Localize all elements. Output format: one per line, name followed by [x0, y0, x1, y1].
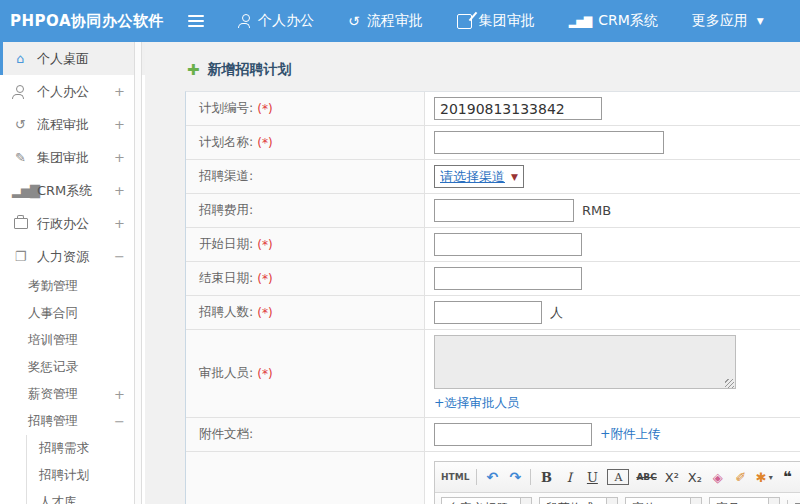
field-label: 计划编号: [199, 100, 253, 117]
strikethrough-button[interactable]: ABC [636, 468, 656, 486]
form-row-approvers: 审批人员: (*) +选择审批人员 [186, 330, 800, 418]
sidebar-item-label: 人事合同 [28, 305, 78, 322]
form-row-start-date: 开始日期: (*) [186, 228, 800, 262]
select-approvers-link[interactable]: +选择审批人员 [434, 395, 519, 412]
required-marker: (*) [257, 238, 272, 252]
sidebar-item-recruit-demand[interactable]: 招聘需求 [27, 435, 145, 462]
editor-toolbar-row-2: 自定义标题 ▾ 段落格式 ▾ 字体 ▾ [435, 493, 800, 504]
font-family-dropdown[interactable]: 字体 ▾ [625, 497, 702, 504]
custom-title-dropdown[interactable]: 自定义标题 ▾ [441, 497, 532, 504]
approvers-textarea[interactable] [434, 335, 736, 389]
sidebar-item-desktop[interactable]: ⌂ 个人桌面 [0, 42, 145, 75]
sidebar-item-admin-office[interactable]: 行政办公 + [0, 207, 145, 240]
sidebar-item-talent-pool[interactable]: 人才库 [27, 489, 145, 504]
sidebar-item-hr[interactable]: ❐ 人力资源 − [0, 240, 145, 273]
user-icon [238, 14, 251, 28]
sidebar-item-hr-contract[interactable]: 人事合同 [0, 300, 145, 327]
hamburger-menu-icon[interactable] [188, 15, 204, 27]
sidebar-item-label: 流程审批 [37, 116, 89, 134]
required-marker: (*) [257, 272, 272, 286]
top-nav: 个人办公 ↺ 流程审批 集团审批 ▂▅▇ CRM系统 更多应用 ▼ [238, 12, 764, 30]
sidebar-item-crm[interactable]: ▂▅▇ CRM系统 + [0, 174, 145, 207]
nav-personal-office[interactable]: 个人办公 [238, 12, 314, 30]
book-icon: ❐ [12, 249, 29, 264]
eraser-icon[interactable]: ◈ [710, 468, 726, 486]
bold-button[interactable]: B [538, 468, 554, 486]
sidebar-item-label: 集团审批 [37, 149, 89, 167]
home-icon: ⌂ [12, 51, 29, 66]
field-label: 附件文档: [199, 426, 253, 443]
sidebar-item-attendance[interactable]: 考勤管理 [0, 273, 145, 300]
form-row-channel: 招聘渠道: 请选择渠道 ▼ [186, 160, 800, 194]
sidebar-item-label: 行政办公 [37, 215, 89, 233]
sidebar-item-label: 薪资管理 [28, 386, 78, 403]
underline-button[interactable]: U [584, 468, 600, 486]
channel-select[interactable]: 请选择渠道 ▼ [434, 165, 524, 188]
sidebar-item-label: 考勤管理 [28, 278, 78, 295]
expand-plus-icon[interactable]: + [114, 84, 125, 99]
nav-more-apps[interactable]: 更多应用 ▼ [692, 12, 764, 30]
dropdown-label: 字体 [626, 498, 690, 504]
dropdown-label: 段落格式 [540, 498, 606, 504]
field-label: 审批人员: [199, 365, 253, 382]
sidebar-item-salary[interactable]: 薪资管理 + [0, 381, 145, 408]
headcount-input[interactable] [434, 301, 542, 324]
italic-button[interactable]: I [561, 468, 577, 486]
sidebar-item-training[interactable]: 培训管理 [0, 327, 145, 354]
attachment-input[interactable] [434, 423, 592, 446]
sidebar-item-personal-office[interactable]: 个人办公 + [0, 75, 145, 108]
font-size-dropdown[interactable]: 字号 ▾ [709, 497, 780, 504]
font-border-button[interactable]: A [607, 469, 629, 485]
blockquote-icon[interactable]: ❝ [780, 468, 796, 486]
nav-label: CRM系统 [598, 12, 658, 30]
undo-icon[interactable]: ↶ [484, 468, 500, 486]
attachment-upload-link[interactable]: +附件上传 [600, 426, 660, 443]
sidebar-item-label: 个人桌面 [37, 50, 89, 68]
sidebar-item-label: 个人办公 [37, 83, 89, 101]
plan-number-input[interactable] [434, 97, 602, 120]
superscript-button[interactable]: X² [664, 468, 680, 486]
palette-glyph: ✱ [756, 470, 767, 485]
field-label: 招聘渠道: [199, 168, 253, 185]
user-icon [12, 85, 29, 99]
main-content: ✚ 新增招聘计划 计划编号: (*) 计划名称: (*) [145, 42, 800, 504]
sidebar-item-recruit-plan[interactable]: 招聘计划 [27, 462, 145, 489]
redo-icon[interactable]: ↷ [507, 468, 523, 486]
sidebar-item-label: 奖惩记录 [28, 359, 78, 376]
format-brush-icon[interactable]: ✐ [733, 468, 749, 486]
app-window: PHPOA协同办公软件 个人办公 ↺ 流程审批 集团审批 ▂▅▇ CRM系统 更… [0, 0, 800, 504]
form-row-plan-number: 计划编号: (*) [186, 92, 800, 126]
expand-plus-icon[interactable]: + [114, 183, 125, 198]
end-date-input[interactable] [434, 267, 582, 290]
caret-down-icon: ▼ [757, 16, 764, 26]
nav-process-approval[interactable]: ↺ 流程审批 [348, 12, 423, 30]
caret-down-icon: ▾ [768, 498, 779, 504]
sidebar: ⌂ 个人桌面 个人办公 + ↺ 流程审批 + ✎ 集团审批 + ▂▅▇ CRM系… [0, 42, 145, 504]
expand-plus-icon[interactable]: + [114, 387, 125, 402]
collapse-minus-icon[interactable]: − [114, 249, 125, 264]
nav-crm-system[interactable]: ▂▅▇ CRM系统 [569, 12, 658, 30]
required-marker: (*) [257, 306, 272, 320]
cost-input[interactable] [434, 199, 574, 222]
page-title: 新增招聘计划 [208, 61, 292, 79]
expand-plus-icon[interactable]: + [114, 216, 125, 231]
currency-suffix: RMB [582, 203, 611, 218]
palette-icon[interactable]: ✱▾ [756, 468, 773, 486]
plan-name-input[interactable] [434, 131, 664, 154]
sidebar-item-process-approval[interactable]: ↺ 流程审批 + [0, 108, 145, 141]
required-marker: (*) [257, 102, 272, 116]
collapse-minus-icon[interactable]: − [114, 414, 125, 429]
expand-plus-icon[interactable]: + [114, 117, 125, 132]
sidebar-item-group-approval[interactable]: ✎ 集团审批 + [0, 141, 145, 174]
start-date-input[interactable] [434, 233, 582, 256]
nav-group-approval[interactable]: 集团审批 [457, 12, 535, 30]
process-icon: ↺ [348, 14, 360, 28]
paragraph-format-dropdown[interactable]: 段落格式 ▾ [539, 497, 618, 504]
subscript-button[interactable]: X₂ [687, 468, 703, 486]
sidebar-item-rewards[interactable]: 奖惩记录 [0, 354, 145, 381]
html-source-button[interactable]: HTML [441, 468, 469, 486]
nav-label: 集团审批 [479, 12, 535, 30]
sidebar-item-recruit-mgmt[interactable]: 招聘管理 − [0, 408, 145, 435]
expand-plus-icon[interactable]: + [114, 150, 125, 165]
toolbar-separator [530, 469, 531, 485]
